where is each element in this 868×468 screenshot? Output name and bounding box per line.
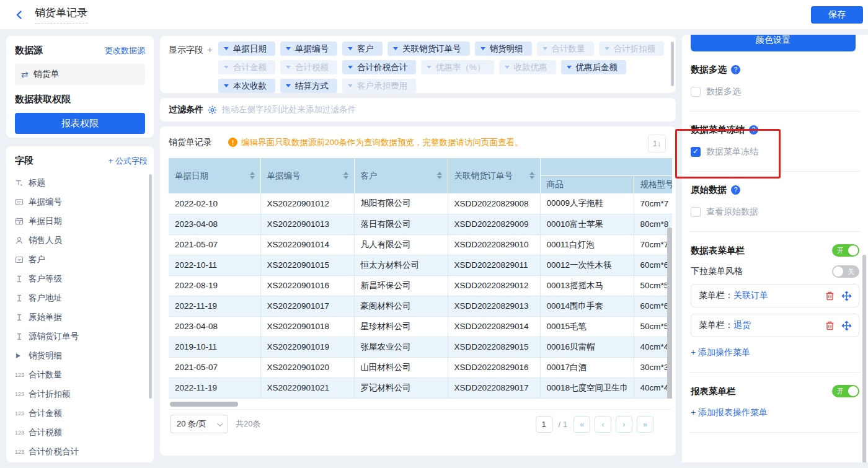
display-field-tag[interactable]: 优惠后金额 bbox=[561, 60, 627, 74]
display-field-tag[interactable]: 本次收款 bbox=[218, 79, 275, 93]
field-list-item[interactable]: 123 合计折扣额 bbox=[15, 384, 148, 404]
delete-icon[interactable] bbox=[825, 291, 835, 301]
raw-data-checkbox-row[interactable]: 查看原始数据 bbox=[691, 206, 859, 218]
menu-freeze-checkbox[interactable] bbox=[691, 147, 701, 157]
move-icon[interactable] bbox=[842, 291, 851, 301]
filter-panel: 过滤条件 拖动左侧字段到此处来添加过滤条件 bbox=[160, 98, 676, 121]
display-field-tag[interactable]: 收款优惠 bbox=[499, 60, 556, 74]
menu-freeze-section: 数据菜单冻结 ? 数据菜单冻结 bbox=[691, 112, 859, 171]
field-list-item[interactable]: 客户地址 bbox=[15, 288, 148, 307]
menu-freeze-checkbox-row[interactable]: 数据菜单冻结 bbox=[691, 146, 859, 157]
back-icon[interactable] bbox=[12, 8, 26, 22]
display-field-tag[interactable]: 单据日期 bbox=[218, 42, 275, 56]
datasource-item[interactable]: ⇄ 销货单 bbox=[15, 64, 145, 85]
field-list-item[interactable]: 客户 bbox=[15, 250, 148, 269]
sort-arrows-icon[interactable] bbox=[343, 172, 348, 179]
cell-product: 00012一次性木筷 bbox=[540, 255, 634, 275]
multi-select-checkbox[interactable] bbox=[691, 87, 701, 97]
change-datasource-link[interactable]: 更改数据源 bbox=[105, 45, 145, 56]
menu-bar-item[interactable]: 菜单栏： 退货 bbox=[691, 314, 859, 337]
raw-data-title: 原始数据 bbox=[691, 184, 727, 196]
field-list-item[interactable]: 123 合计价税合计 bbox=[15, 442, 148, 461]
column-header[interactable]: 关联销货订单号 bbox=[448, 158, 540, 193]
report-menu-toggle[interactable]: 开 bbox=[832, 385, 859, 397]
help-icon[interactable]: ? bbox=[749, 125, 758, 135]
table-menu-section: 数据表菜单栏 开 下拉菜单风格 关 菜单栏： 关联订单 菜单栏： 退货 bbox=[691, 232, 859, 372]
cell-doc-no: XS20220901012 bbox=[260, 193, 354, 214]
chevron-down-icon bbox=[604, 47, 609, 50]
display-field-tag[interactable]: 客户 bbox=[342, 42, 383, 56]
display-field-tag[interactable]: 客户承担费用 bbox=[342, 79, 416, 93]
chevron-down-icon bbox=[286, 84, 291, 87]
first-page-button[interactable]: « bbox=[574, 416, 590, 433]
display-field-tag[interactable]: 合计数量 bbox=[537, 42, 594, 56]
column-header[interactable]: 客户 bbox=[354, 158, 448, 193]
page-size-select[interactable]: 20 条/页 bbox=[170, 415, 228, 433]
help-icon[interactable]: ? bbox=[731, 185, 740, 195]
sort-arrows-icon[interactable] bbox=[529, 172, 534, 179]
sort-order-button[interactable]: 1↓ bbox=[648, 135, 666, 152]
display-field-tag[interactable]: 销货明细 bbox=[475, 42, 532, 56]
field-list-item[interactable]: 123 合计税额 bbox=[15, 423, 148, 442]
display-field-tag[interactable]: 单据编号 bbox=[280, 42, 337, 56]
cell-doc-no: XS20220901017 bbox=[260, 296, 354, 316]
add-formula-field-link[interactable]: + 公式字段 bbox=[108, 156, 148, 167]
field-list-item[interactable]: 123 合计金额 bbox=[15, 404, 148, 423]
field-list-item[interactable]: 单据日期 bbox=[15, 211, 148, 231]
column-header[interactable]: 单据编号 bbox=[260, 158, 354, 193]
display-field-tag[interactable]: 合计金额 bbox=[218, 60, 275, 74]
display-field-tag[interactable]: 优惠率（%） bbox=[421, 60, 494, 74]
sort-arrows-icon[interactable] bbox=[437, 172, 442, 179]
color-settings-button[interactable]: 颜色设置 bbox=[691, 35, 856, 51]
save-button[interactable]: 保存 bbox=[811, 6, 863, 24]
gear-icon[interactable] bbox=[208, 105, 217, 115]
field-list-item[interactable]: 客户等级 bbox=[15, 269, 148, 288]
multi-select-checkbox-row[interactable]: 数据多选 bbox=[691, 86, 859, 97]
table-row: 2023-04-08 XS20220901013 落日有限公司 XSDD2022… bbox=[169, 214, 672, 234]
field-list-item[interactable]: 标题 bbox=[15, 173, 148, 192]
cell-order-no: XSDD20220829017 bbox=[448, 377, 540, 398]
menu-bar-item[interactable]: 菜单栏： 关联订单 bbox=[691, 284, 859, 307]
fields-scrollbar[interactable] bbox=[149, 174, 152, 399]
sub-column-header[interactable]: 商品 bbox=[540, 175, 634, 193]
table-menu-toggle[interactable]: 开 bbox=[832, 244, 859, 257]
field-label: 合计税额 bbox=[29, 427, 62, 438]
table-horizontal-scrollbar[interactable] bbox=[169, 402, 668, 407]
report-permission-button[interactable]: 报表权限 bbox=[15, 113, 145, 134]
add-report-menu-link[interactable]: + 添加报表操作菜单 bbox=[691, 407, 859, 418]
delete-icon[interactable] bbox=[825, 321, 835, 330]
move-icon[interactable] bbox=[842, 321, 851, 330]
table-vertical-scrollbar[interactable] bbox=[667, 227, 672, 399]
display-field-tag[interactable]: 合计价税合计 bbox=[342, 60, 416, 74]
last-page-button[interactable]: » bbox=[637, 416, 653, 433]
field-list-item[interactable]: 原始单据 bbox=[15, 307, 148, 327]
prev-page-button[interactable]: ‹ bbox=[595, 416, 611, 433]
display-field-tag[interactable]: 关联销货订单号 bbox=[388, 42, 470, 56]
field-list-item[interactable]: 销货明细 bbox=[15, 346, 148, 365]
cell-customer: 张屋农业公司 bbox=[354, 337, 448, 357]
add-action-menu-link[interactable]: + 添加操作菜单 bbox=[691, 347, 859, 358]
settings-scrollbar[interactable] bbox=[862, 255, 866, 462]
field-list-item[interactable]: 123 合计数量 bbox=[15, 365, 148, 384]
field-list-item[interactable]: 源销货订单号 bbox=[15, 327, 148, 346]
sort-arrows-icon[interactable] bbox=[250, 172, 255, 179]
column-header[interactable]: 单据日期 bbox=[169, 158, 260, 193]
page-number-input[interactable]: 1 bbox=[536, 416, 552, 433]
cell-order-no: XSDD20220829010 bbox=[448, 234, 540, 255]
permission-title: 数据获取权限 bbox=[15, 94, 145, 105]
sub-column-header[interactable]: 规格型号 bbox=[634, 175, 672, 193]
add-display-field-button[interactable]: + bbox=[207, 44, 213, 55]
filter-placeholder: 拖动左侧字段到此处来添加过滤条件 bbox=[222, 104, 356, 115]
field-list-item[interactable]: 单据编号 bbox=[15, 192, 148, 211]
next-page-button[interactable]: › bbox=[616, 416, 632, 433]
cell-product: 00015毛笔 bbox=[540, 316, 634, 337]
display-field-tag[interactable]: 结算方式 bbox=[280, 79, 337, 93]
field-list-item[interactable]: 销售人员 bbox=[15, 231, 148, 250]
help-icon[interactable]: ? bbox=[731, 65, 740, 74]
display-field-tag[interactable]: 合计折扣额 bbox=[599, 42, 665, 56]
chevron-down-icon bbox=[567, 66, 572, 69]
dropdown-style-toggle[interactable]: 关 bbox=[832, 265, 859, 278]
display-fields-scrollbar[interactable] bbox=[671, 42, 674, 86]
raw-data-checkbox[interactable] bbox=[691, 207, 701, 217]
display-field-tag[interactable]: 合计税额 bbox=[280, 60, 337, 74]
